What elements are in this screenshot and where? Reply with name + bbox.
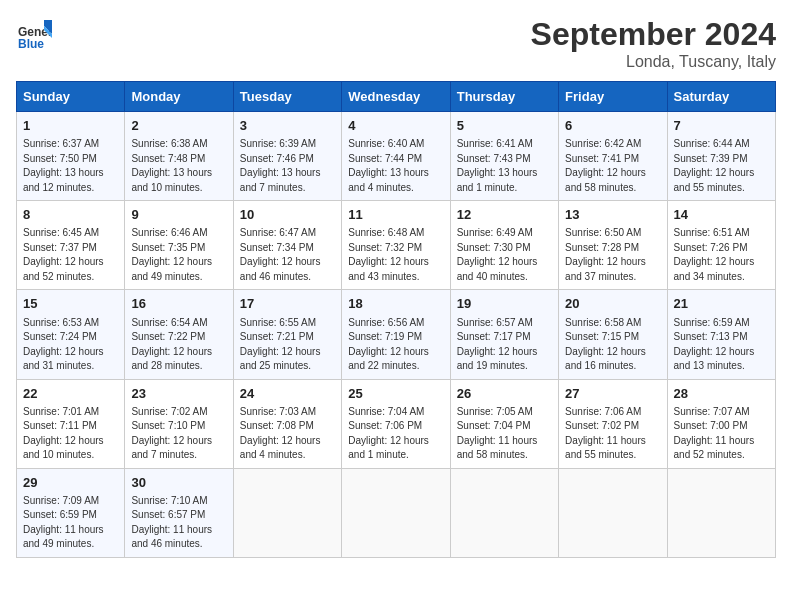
column-header-saturday: Saturday [667,82,775,112]
calendar-cell: 22Sunrise: 7:01 AMSunset: 7:11 PMDayligh… [17,379,125,468]
cell-content: Sunrise: 6:58 AMSunset: 7:15 PMDaylight:… [565,316,660,374]
cell-content: Sunrise: 6:53 AMSunset: 7:24 PMDaylight:… [23,316,118,374]
day-number: 30 [131,474,226,492]
day-number: 12 [457,206,552,224]
cell-content: Sunrise: 6:56 AMSunset: 7:19 PMDaylight:… [348,316,443,374]
cell-content: Sunrise: 7:04 AMSunset: 7:06 PMDaylight:… [348,405,443,463]
day-number: 11 [348,206,443,224]
cell-content: Sunrise: 7:05 AMSunset: 7:04 PMDaylight:… [457,405,552,463]
calendar-cell [667,468,775,557]
day-number: 24 [240,385,335,403]
cell-content: Sunrise: 6:59 AMSunset: 7:13 PMDaylight:… [674,316,769,374]
day-number: 17 [240,295,335,313]
cell-content: Sunrise: 6:48 AMSunset: 7:32 PMDaylight:… [348,226,443,284]
calendar-cell: 24Sunrise: 7:03 AMSunset: 7:08 PMDayligh… [233,379,341,468]
day-number: 13 [565,206,660,224]
day-number: 28 [674,385,769,403]
logo: General Blue [16,16,52,52]
calendar-cell: 13Sunrise: 6:50 AMSunset: 7:28 PMDayligh… [559,201,667,290]
calendar-cell: 5Sunrise: 6:41 AMSunset: 7:43 PMDaylight… [450,112,558,201]
calendar-table: SundayMondayTuesdayWednesdayThursdayFrid… [16,81,776,558]
calendar-cell: 21Sunrise: 6:59 AMSunset: 7:13 PMDayligh… [667,290,775,379]
day-number: 4 [348,117,443,135]
cell-content: Sunrise: 6:47 AMSunset: 7:34 PMDaylight:… [240,226,335,284]
calendar-cell: 26Sunrise: 7:05 AMSunset: 7:04 PMDayligh… [450,379,558,468]
cell-content: Sunrise: 6:55 AMSunset: 7:21 PMDaylight:… [240,316,335,374]
cell-content: Sunrise: 7:01 AMSunset: 7:11 PMDaylight:… [23,405,118,463]
title-section: September 2024 Londa, Tuscany, Italy [531,16,776,71]
day-number: 23 [131,385,226,403]
column-header-thursday: Thursday [450,82,558,112]
calendar-cell: 3Sunrise: 6:39 AMSunset: 7:46 PMDaylight… [233,112,341,201]
cell-content: Sunrise: 6:38 AMSunset: 7:48 PMDaylight:… [131,137,226,195]
day-number: 21 [674,295,769,313]
cell-content: Sunrise: 6:49 AMSunset: 7:30 PMDaylight:… [457,226,552,284]
cell-content: Sunrise: 6:40 AMSunset: 7:44 PMDaylight:… [348,137,443,195]
column-header-friday: Friday [559,82,667,112]
calendar-week-2: 8Sunrise: 6:45 AMSunset: 7:37 PMDaylight… [17,201,776,290]
cell-content: Sunrise: 6:46 AMSunset: 7:35 PMDaylight:… [131,226,226,284]
svg-text:Blue: Blue [18,37,44,51]
day-number: 15 [23,295,118,313]
calendar-cell [342,468,450,557]
cell-content: Sunrise: 6:50 AMSunset: 7:28 PMDaylight:… [565,226,660,284]
column-header-monday: Monday [125,82,233,112]
calendar-cell: 4Sunrise: 6:40 AMSunset: 7:44 PMDaylight… [342,112,450,201]
day-number: 19 [457,295,552,313]
day-number: 18 [348,295,443,313]
calendar-cell: 17Sunrise: 6:55 AMSunset: 7:21 PMDayligh… [233,290,341,379]
day-number: 10 [240,206,335,224]
calendar-cell: 18Sunrise: 6:56 AMSunset: 7:19 PMDayligh… [342,290,450,379]
day-number: 26 [457,385,552,403]
calendar-cell: 25Sunrise: 7:04 AMSunset: 7:06 PMDayligh… [342,379,450,468]
day-number: 6 [565,117,660,135]
calendar-cell [233,468,341,557]
calendar-cell: 27Sunrise: 7:06 AMSunset: 7:02 PMDayligh… [559,379,667,468]
calendar-cell: 28Sunrise: 7:07 AMSunset: 7:00 PMDayligh… [667,379,775,468]
calendar-week-1: 1Sunrise: 6:37 AMSunset: 7:50 PMDaylight… [17,112,776,201]
calendar-cell: 11Sunrise: 6:48 AMSunset: 7:32 PMDayligh… [342,201,450,290]
calendar-week-5: 29Sunrise: 7:09 AMSunset: 6:59 PMDayligh… [17,468,776,557]
page-header: General Blue September 2024 Londa, Tusca… [16,16,776,71]
cell-content: Sunrise: 6:54 AMSunset: 7:22 PMDaylight:… [131,316,226,374]
cell-content: Sunrise: 7:06 AMSunset: 7:02 PMDaylight:… [565,405,660,463]
day-number: 2 [131,117,226,135]
calendar-cell: 8Sunrise: 6:45 AMSunset: 7:37 PMDaylight… [17,201,125,290]
calendar-cell: 15Sunrise: 6:53 AMSunset: 7:24 PMDayligh… [17,290,125,379]
cell-content: Sunrise: 7:10 AMSunset: 6:57 PMDaylight:… [131,494,226,552]
column-header-tuesday: Tuesday [233,82,341,112]
day-number: 1 [23,117,118,135]
cell-content: Sunrise: 6:41 AMSunset: 7:43 PMDaylight:… [457,137,552,195]
cell-content: Sunrise: 6:42 AMSunset: 7:41 PMDaylight:… [565,137,660,195]
cell-content: Sunrise: 7:02 AMSunset: 7:10 PMDaylight:… [131,405,226,463]
calendar-cell: 6Sunrise: 6:42 AMSunset: 7:41 PMDaylight… [559,112,667,201]
day-number: 8 [23,206,118,224]
cell-content: Sunrise: 6:44 AMSunset: 7:39 PMDaylight:… [674,137,769,195]
calendar-cell: 12Sunrise: 6:49 AMSunset: 7:30 PMDayligh… [450,201,558,290]
day-number: 27 [565,385,660,403]
day-number: 7 [674,117,769,135]
calendar-cell: 19Sunrise: 6:57 AMSunset: 7:17 PMDayligh… [450,290,558,379]
cell-content: Sunrise: 7:03 AMSunset: 7:08 PMDaylight:… [240,405,335,463]
column-header-sunday: Sunday [17,82,125,112]
day-number: 3 [240,117,335,135]
day-number: 29 [23,474,118,492]
cell-content: Sunrise: 6:57 AMSunset: 7:17 PMDaylight:… [457,316,552,374]
calendar-cell [559,468,667,557]
day-number: 14 [674,206,769,224]
calendar-cell: 1Sunrise: 6:37 AMSunset: 7:50 PMDaylight… [17,112,125,201]
calendar-cell: 23Sunrise: 7:02 AMSunset: 7:10 PMDayligh… [125,379,233,468]
cell-content: Sunrise: 6:45 AMSunset: 7:37 PMDaylight:… [23,226,118,284]
day-number: 9 [131,206,226,224]
calendar-cell: 10Sunrise: 6:47 AMSunset: 7:34 PMDayligh… [233,201,341,290]
calendar-header: SundayMondayTuesdayWednesdayThursdayFrid… [17,82,776,112]
calendar-cell: 29Sunrise: 7:09 AMSunset: 6:59 PMDayligh… [17,468,125,557]
calendar-cell: 14Sunrise: 6:51 AMSunset: 7:26 PMDayligh… [667,201,775,290]
location: Londa, Tuscany, Italy [531,53,776,71]
day-number: 5 [457,117,552,135]
day-number: 16 [131,295,226,313]
cell-content: Sunrise: 7:09 AMSunset: 6:59 PMDaylight:… [23,494,118,552]
calendar-cell [450,468,558,557]
logo-icon: General Blue [16,16,52,52]
calendar-cell: 20Sunrise: 6:58 AMSunset: 7:15 PMDayligh… [559,290,667,379]
